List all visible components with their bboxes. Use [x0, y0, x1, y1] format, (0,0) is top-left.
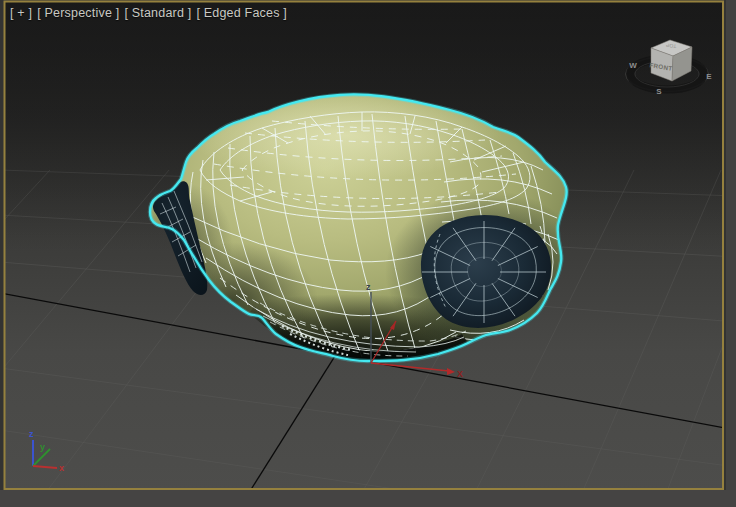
gizmo-z-label: z: [366, 282, 371, 292]
compass-west[interactable]: W: [629, 61, 637, 70]
viewport-menu-display[interactable]: [ Edged Faces ]: [196, 6, 287, 20]
right-gutter: [726, 0, 736, 507]
viewport-menu-shading[interactable]: [ Standard ]: [124, 6, 191, 20]
viewport-menu-pov[interactable]: [ Perspective ]: [37, 6, 119, 20]
world-z-label: z: [29, 429, 34, 439]
viewport-label: [ + ] [ Perspective ] [ Standard ] [ Edg…: [10, 6, 287, 20]
viewport-canvas[interactable]: z X z y x W S E: [0, 0, 736, 507]
bottom-gutter: [0, 490, 736, 507]
viewcube-top-label: TOP: [665, 42, 676, 49]
compass-south[interactable]: S: [656, 87, 662, 96]
viewport-3d[interactable]: [ + ] [ Perspective ] [ Standard ] [ Edg…: [0, 0, 736, 507]
world-x-label: x: [59, 463, 64, 473]
compass-east[interactable]: E: [706, 72, 712, 81]
gizmo-x-label: X: [457, 369, 463, 379]
world-y-label: y: [40, 442, 45, 452]
viewport-menu-general[interactable]: [ + ]: [10, 6, 32, 20]
